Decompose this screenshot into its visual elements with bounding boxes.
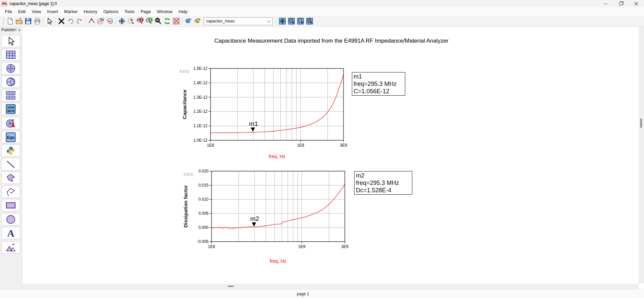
- toolbar-separator: [116, 17, 116, 25]
- redraw-view-button[interactable]: [163, 17, 172, 26]
- menu-help[interactable]: Help: [176, 9, 191, 14]
- y-axis-title-dissipation: Dissipation factor: [183, 185, 188, 228]
- palette-smith-chart-tool[interactable]: [1, 76, 20, 88]
- vertical-scrollbar[interactable]: [639, 27, 644, 284]
- marker-freq: freq=295.3 MHz: [356, 179, 411, 187]
- close-page-icon: [173, 17, 180, 25]
- menu-page[interactable]: Page: [138, 9, 154, 14]
- palette-float-icon[interactable]: [14, 28, 16, 32]
- menu-insert[interactable]: Insert: [44, 9, 61, 14]
- svg-text:2: 2: [149, 18, 151, 22]
- redo-button[interactable]: [75, 17, 84, 26]
- insert-marker-button[interactable]: [87, 17, 96, 26]
- ael-macro-icon: AEL: [106, 17, 114, 25]
- save-icon: [25, 17, 32, 25]
- toolbar: AEL 2: [0, 16, 644, 27]
- pan-view-button[interactable]: [117, 17, 126, 26]
- open-button[interactable]: [14, 17, 24, 26]
- palette-polygon-tool[interactable]: [1, 171, 20, 184]
- ael-macro-button[interactable]: AEL: [105, 17, 114, 26]
- toolbar-separator: [55, 17, 55, 25]
- horizontal-scrollbar-handle[interactable]: [228, 286, 234, 287]
- close-page-button[interactable]: [172, 17, 181, 26]
- image-icon: [6, 243, 16, 252]
- page-title: Capacitance Measurement Data imported fr…: [181, 38, 481, 44]
- app-icon: [2, 1, 7, 6]
- menu-tools[interactable]: Tools: [122, 9, 138, 14]
- view-zoom-in-button[interactable]: [287, 17, 296, 26]
- marker-readout-m2[interactable]: m2 freq=295.3 MHz Dc=1.528E-4: [354, 171, 412, 195]
- marker-readout-m1[interactable]: m1 freq=295.3 MHz C=1.056E-12: [352, 72, 405, 96]
- view-zoom-out-button[interactable]: [296, 17, 305, 26]
- view-zoom-out-icon: [296, 17, 305, 25]
- status-page-label: page 1: [297, 292, 309, 296]
- zoom-in-2x-icon: 2: [136, 17, 144, 25]
- palette-antenna-plot-tool[interactable]: [1, 117, 20, 129]
- undo-icon: [67, 17, 74, 25]
- svg-text:2: 2: [140, 18, 142, 22]
- ael-label: AEL: [107, 20, 112, 22]
- menu-history[interactable]: History: [81, 9, 100, 14]
- marker-name: m2: [356, 172, 411, 179]
- menu-options[interactable]: Options: [100, 9, 122, 14]
- zoom-area-button[interactable]: [126, 17, 135, 26]
- view-zoom-point-button[interactable]: [305, 17, 314, 26]
- zoom-out-button[interactable]: [153, 17, 163, 26]
- palette-python-tool[interactable]: [1, 144, 20, 157]
- export-plot-button[interactable]: [96, 17, 105, 26]
- list-plot-icon: 1234 5678: [6, 104, 16, 114]
- refresh-icon: [164, 17, 171, 25]
- print-button[interactable]: [33, 17, 42, 26]
- toolbar-separator: [85, 17, 86, 25]
- data-display-canvas[interactable]: [22, 27, 639, 284]
- menu-window[interactable]: Window: [154, 9, 175, 14]
- palette-pointer-tool[interactable]: [1, 35, 20, 47]
- view-all-button[interactable]: [278, 17, 287, 26]
- minimize-button[interactable]: [598, 0, 613, 7]
- palette-close-icon[interactable]: [18, 29, 20, 32]
- menu-marker[interactable]: Marker: [61, 9, 81, 14]
- python-icon: [6, 146, 15, 155]
- horizontal-scrollbar[interactable]: [22, 284, 639, 289]
- palette-text-tool[interactable]: A: [1, 227, 20, 239]
- vertical-scrollbar-handle[interactable]: [640, 118, 642, 128]
- dataset-reload-icon: [184, 17, 192, 25]
- view-all-icon: [278, 17, 286, 25]
- undo-button[interactable]: [66, 17, 75, 26]
- palette-rectangular-plot-tool[interactable]: [1, 48, 20, 61]
- close-button[interactable]: [629, 0, 644, 7]
- stacked-plot-icon: [6, 91, 16, 100]
- palette-line-tool[interactable]: [1, 158, 20, 170]
- palette-stacked-plot-tool[interactable]: [1, 89, 20, 101]
- dataset-combobox-value: capacitor_meas: [206, 19, 268, 23]
- antenna-plot-icon: [6, 118, 16, 128]
- palette-image-tool[interactable]: [1, 241, 20, 254]
- select-pointer-button[interactable]: [45, 17, 54, 26]
- delete-button[interactable]: [57, 17, 66, 26]
- menu-edit[interactable]: Edit: [15, 9, 29, 14]
- dataset-combobox[interactable]: capacitor_meas: [204, 17, 273, 25]
- minimize-icon: [604, 4, 607, 4]
- palette-equation-tool[interactable]: Eqn: [1, 131, 20, 143]
- palette-rectangle-tool[interactable]: [1, 199, 20, 211]
- palette-polar-plot-tool[interactable]: [1, 62, 20, 74]
- equation-icon: Eqn: [6, 132, 16, 142]
- zoom-in-2x-button[interactable]: 2: [135, 17, 144, 26]
- new-page-button[interactable]: [5, 17, 14, 26]
- circle-icon: [6, 215, 15, 224]
- zoom-out-2x-button[interactable]: 2: [144, 17, 153, 26]
- menu-view[interactable]: View: [29, 9, 44, 14]
- zoom-out-2x-icon: 2: [145, 17, 153, 25]
- redo-icon: [76, 17, 83, 25]
- toolbar-grip[interactable]: [3, 17, 4, 25]
- save-button[interactable]: [24, 17, 33, 26]
- restore-button[interactable]: [613, 0, 629, 7]
- status-bar: page 1: [0, 289, 644, 298]
- palette-circle-tool[interactable]: [1, 213, 20, 226]
- menu-file[interactable]: File: [2, 9, 15, 14]
- reload-dataset-button[interactable]: [184, 17, 193, 26]
- dataset-options-button[interactable]: [193, 17, 202, 26]
- list-plot-row2: 5678: [7, 109, 14, 113]
- palette-polyline-tool[interactable]: [1, 186, 20, 198]
- palette-list-plot-tool[interactable]: 1234 5678: [1, 103, 20, 115]
